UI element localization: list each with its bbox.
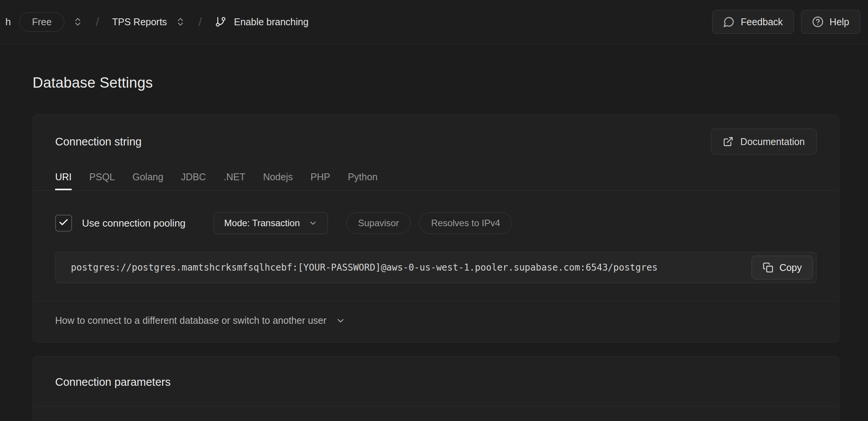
tab-php[interactable]: PHP: [310, 171, 330, 190]
feedback-label: Feedback: [741, 16, 783, 28]
page-title: Database Settings: [33, 75, 839, 91]
enable-branching-label: Enable branching: [234, 16, 309, 28]
help-button[interactable]: Help: [801, 10, 860, 34]
connection-help-expander[interactable]: How to connect to a different database o…: [33, 301, 839, 342]
copy-button[interactable]: Copy: [752, 256, 813, 279]
resolves-to-ipv4-badge: Resolves to IPv4: [419, 212, 512, 234]
top-navigation-bar: h Free / TPS Reports / Enable branching …: [0, 0, 868, 44]
pooling-mode-value: Mode: Transaction: [224, 218, 300, 228]
tab-golang[interactable]: Golang: [133, 171, 164, 190]
tab-nodejs[interactable]: Nodejs: [263, 171, 293, 190]
connection-parameters-header: Connection parameters: [33, 357, 839, 406]
main-content: Database Settings Connection string Docu…: [0, 75, 868, 421]
topbar-actions: Feedback Help: [712, 10, 860, 34]
use-connection-pooling-checkbox[interactable]: [55, 215, 72, 232]
breadcrumb-project-name[interactable]: TPS Reports: [112, 16, 167, 28]
documentation-button[interactable]: Documentation: [711, 129, 817, 155]
org-name-truncated[interactable]: h: [5, 16, 11, 28]
connection-string-title: Connection string: [55, 135, 142, 148]
project-switcher-chevrons-icon[interactable]: [175, 17, 185, 27]
org-switcher-chevrons-icon[interactable]: [73, 17, 83, 27]
connection-help-label: How to connect to a different database o…: [55, 315, 326, 326]
connection-uri-container: Copy: [55, 252, 817, 283]
tab-dotnet[interactable]: .NET: [224, 171, 246, 190]
feedback-button[interactable]: Feedback: [712, 10, 794, 34]
breadcrumb-separator: /: [96, 15, 99, 29]
tab-uri[interactable]: URI: [55, 171, 72, 190]
documentation-label: Documentation: [740, 136, 805, 147]
git-branch-icon: [215, 16, 226, 28]
speech-bubble-icon: [723, 16, 735, 28]
connection-parameters-title: Connection parameters: [55, 376, 817, 388]
help-circle-icon: [812, 16, 824, 28]
copy-label: Copy: [780, 262, 802, 273]
connection-string-header: Connection string Documentation: [33, 115, 839, 155]
connection-parameters-row: Use connection pooling Mode: Transaction…: [33, 406, 839, 421]
enable-branching-button[interactable]: Enable branching: [215, 16, 309, 28]
connection-string-card: Connection string Documentation URI PSQL…: [33, 114, 839, 343]
chevron-down-icon: [308, 219, 318, 228]
use-connection-pooling-label: Use connection pooling: [82, 217, 185, 229]
connection-string-tabs: URI PSQL Golang JDBC .NET Nodejs PHP Pyt…: [33, 155, 839, 191]
breadcrumb-separator: /: [198, 15, 202, 29]
plan-badge[interactable]: Free: [19, 12, 64, 32]
connection-uri-input[interactable]: [55, 252, 817, 283]
database-settings-page: h Free / TPS Reports / Enable branching …: [0, 0, 868, 421]
external-link-icon: [723, 136, 734, 147]
connection-pooling-row: Use connection pooling Mode: Transaction…: [33, 191, 839, 234]
tab-psql[interactable]: PSQL: [89, 171, 115, 190]
help-label: Help: [830, 16, 849, 28]
checkmark-icon: [58, 217, 69, 229]
pooling-mode-dropdown[interactable]: Mode: Transaction: [214, 212, 328, 234]
connection-parameters-card: Connection parameters Use connection poo…: [33, 356, 839, 421]
tab-python[interactable]: Python: [348, 171, 378, 190]
supavisor-badge: Supavisor: [346, 212, 411, 234]
chevron-down-icon: [336, 316, 346, 326]
copy-icon: [763, 262, 773, 273]
tab-jdbc[interactable]: JDBC: [181, 171, 206, 190]
